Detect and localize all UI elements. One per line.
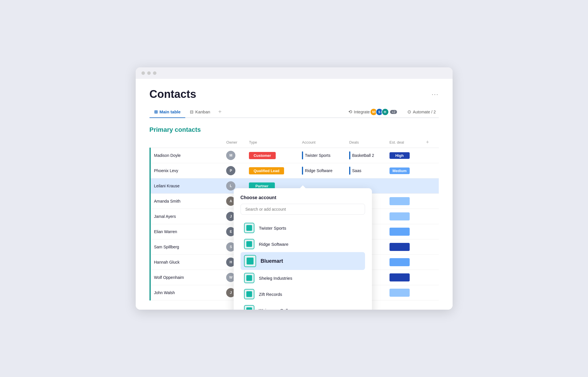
contact-est-deal [386,194,420,209]
account-name-sheleg: Sheleg Industries [259,276,292,281]
dropdown-items-list: Twister SportsRidge SoftwareBluemartShel… [241,220,365,310]
browser-dot-1 [141,71,145,75]
col-extra [420,178,439,194]
dropdown-item-zift[interactable]: Zift Records [241,286,365,302]
table-row[interactable]: Phoenix LevyPQualified LeadRidge Softwar… [150,163,439,178]
contact-name: Amanda Smith [150,194,223,209]
col-extra [420,224,439,239]
contact-name: Madison Doyle [150,148,223,163]
dropdown-item-bluemart[interactable]: Bluemart [241,252,365,270]
account-icon-waissman [244,305,254,310]
account-name-zift: Zift Records [259,292,282,297]
dropdown-item-sheleg[interactable]: Sheleg Industries [241,270,365,286]
int-icon-3: H [381,108,389,116]
section-title: Primary contacts [150,126,439,134]
account-icon-bluemart [244,255,256,267]
contact-type: Customer [245,148,298,163]
col-extra [420,148,439,163]
contact-est-deal [386,224,420,239]
more-options-button[interactable]: ··· [432,91,438,98]
contact-est-deal [386,178,420,194]
dropdown-item-twister[interactable]: Twister Sports [241,220,365,236]
int-badge: +2 [390,110,397,114]
browser-chrome [136,67,453,79]
col-type: Type [245,137,298,148]
app-content: Contacts ··· ⊞ Main table ⊟ Kanban + ⟲ I… [136,79,453,310]
automate-icon: ⊙ [407,109,411,115]
contact-name: John Walsh [150,285,223,300]
col-name [150,137,223,148]
col-deals: Deals [346,137,386,148]
contact-est-deal [386,255,420,270]
col-owner: Owner [223,137,245,148]
contact-account: Ridge Software [298,163,346,178]
contact-est-deal [386,209,420,224]
contact-account: Twister Sports [298,148,346,163]
main-table-icon: ⊞ [154,109,158,115]
automate-label: Automate / 2 [413,110,436,114]
contact-est-deal [386,285,420,300]
browser-window: Contacts ··· ⊞ Main table ⊟ Kanban + ⟲ I… [136,67,453,310]
browser-dot-3 [153,71,156,75]
account-icon-zift [244,289,254,299]
contact-deals: Basketball 2 [346,148,386,163]
tab-kanban-label: Kanban [195,109,210,114]
page-header: Contacts ··· [150,88,439,100]
contact-name: Sam Spillberg [150,239,223,255]
integrate-icon: ⟲ [348,109,352,115]
col-est-deal: Est. deal [386,137,420,148]
table-row[interactable]: Madison DoyleMCustomerTwister SportsBask… [150,148,439,163]
col-extra [420,163,439,178]
integrate-button[interactable]: ⟲ Integrate M S H +2 [345,106,400,117]
col-extra [420,239,439,255]
col-account: Account [298,137,346,148]
contact-owner: P [223,163,245,178]
integration-icons: M S H +2 [372,108,397,116]
col-extra [420,194,439,209]
col-extra [420,255,439,270]
col-extra [420,209,439,224]
contact-name: Elian Warren [150,224,223,239]
col-add[interactable]: + [420,137,439,148]
contact-name: Phoenix Levy [150,163,223,178]
account-name-ridge: Ridge Software [259,242,289,247]
account-search-input[interactable] [241,204,365,215]
account-icon-sheleg [244,273,254,283]
contact-est-deal [386,239,420,255]
col-extra [420,285,439,300]
account-icon-twister [244,223,254,233]
col-extra [420,270,439,285]
contact-name: Jamal Ayers [150,209,223,224]
contact-name: Wolf Oppenhaim [150,270,223,285]
account-name-bluemart: Bluemart [261,258,283,264]
dropdown-item-waissman[interactable]: Waissman Gallery [241,302,365,310]
automate-button[interactable]: ⊙ Automate / 2 [404,107,438,116]
tab-main-table-label: Main table [160,109,181,114]
contact-owner: M [223,148,245,163]
tab-add-button[interactable]: + [215,106,225,117]
page-title: Contacts [150,88,196,100]
contact-name: Hannah Gluck [150,255,223,270]
browser-dot-2 [147,71,151,75]
account-icon-ridge [244,239,254,249]
contact-est-deal: High [386,148,420,163]
tabs-row: ⊞ Main table ⊟ Kanban + ⟲ Integrate M S … [150,106,439,118]
toolbar-right: ⟲ Integrate M S H +2 ⊙ Automate / 2 [345,106,438,117]
account-dropdown: Choose account Twister SportsRidge Softw… [234,188,372,310]
contact-deals: Saas [346,163,386,178]
tab-main-table[interactable]: ⊞ Main table [150,106,185,118]
integrate-label: Integrate [354,110,370,114]
account-name-waissman: Waissman Gallery [259,308,294,310]
account-name-twister: Twister Sports [259,226,286,231]
kanban-icon: ⊟ [190,109,194,115]
dropdown-caret [300,185,306,188]
contact-name: Leilani Krause [150,178,223,194]
contact-est-deal: Medium [386,163,420,178]
dropdown-title: Choose account [241,195,365,200]
tab-kanban[interactable]: ⊟ Kanban [185,106,215,118]
contact-type: Qualified Lead [245,163,298,178]
dropdown-item-ridge[interactable]: Ridge Software [241,236,365,252]
contact-est-deal [386,270,420,285]
